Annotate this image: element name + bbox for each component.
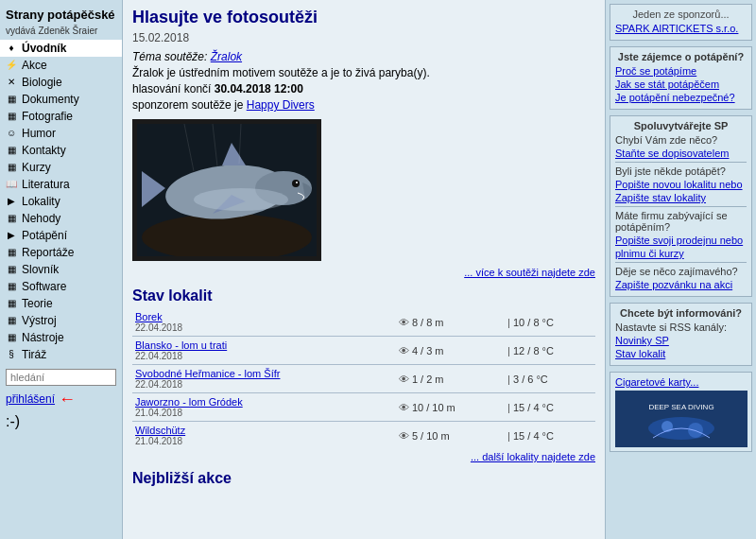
nav-icon: ▦ [4,161,19,174]
dalsi-link[interactable]: ... další lokality najdete zde [132,451,595,462]
nav-icon: ▶ [4,195,19,208]
sidebar-item-lokality[interactable]: ▶Lokality [0,193,122,210]
sidebar-item-kontakty[interactable]: ▦Kontakty [0,142,122,159]
dopisovatel-link[interactable]: Staňte se dopisovatelem [615,148,747,159]
sidebar-item-teorie[interactable]: ▦Teorie [0,295,122,312]
deje-text: Děje se něco zajímavého? [615,266,747,277]
svg-point-5 [296,182,298,183]
locality-name-link[interactable]: Borek [135,311,163,322]
arrow-right-icon: ← [59,390,76,409]
nav-icon: ▦ [4,246,19,259]
zajemce-box: Jste zájemce o potápění? Proč se potápím… [610,46,752,110]
svg-point-6 [194,188,288,211]
plnimu-link[interactable]: plnimu či kurzy [615,248,747,259]
sidebar-item-software[interactable]: ▦Software [0,278,122,295]
sidebar-item-reporte[interactable]: ▦Reportáže [0,244,122,261]
sidebar-item-vstroj[interactable]: ▦Výstroj [0,312,122,329]
sidebar-item-fotografie[interactable]: ▦Fotografie [0,108,122,125]
zajemce-link[interactable]: Proč se potápíme [615,65,747,77]
tema-row: Téma soutěže: Žralok [132,50,595,63]
zajemce-link[interactable]: Jak se stát potápěčem [615,78,747,90]
nav-icon: ⚡ [4,59,19,72]
nav-menu: ♦Úvodník⚡Akce✕Biologie▦Dokumenty▦Fotogra… [0,40,122,363]
table-row: Blansko - lom u trati 22.04.2018 👁 4 / 3… [132,339,595,362]
nav-icon: ▶ [4,229,19,242]
eye-icon: 👁 [399,317,409,328]
locality-date: 22.04.2018 [135,379,393,390]
nav-icon: ▦ [4,280,19,293]
nav-icon: § [4,348,19,361]
sidebar-item-humor[interactable]: ☺Humor [0,125,122,142]
sidebar-item-biologie[interactable]: ✕Biologie [0,74,122,91]
temp-icon: | [507,317,510,328]
nav-icon: ▦ [4,212,19,225]
eye-icon: 👁 [399,374,409,385]
photo-section [132,119,595,261]
sidebar-item-potpn[interactable]: ▶Potápění [0,227,122,244]
locality-temp: 10 / 8 °C [513,317,554,328]
temp-icon: | [507,345,510,356]
locality-name-link[interactable]: Wildschütz [135,425,185,436]
svg-point-4 [292,180,300,187]
firma-text: Máte firmu zabývající se potápěním? [615,210,747,233]
prodejna-link[interactable]: Popište svoji prodejnu nebo [615,235,747,246]
search-box [6,369,116,386]
table-row: Jaworzno - lom Gródek 21.04.2018 👁 10 / … [132,395,595,419]
nav-icon: ▦ [4,110,19,123]
locality-temp: 3 / 6 °C [513,374,548,385]
page-title: Hlasujte ve fotosoutěži [132,8,595,27]
sponzor-link[interactable]: Happy Divers [247,98,315,112]
locality-depth: 1 / 2 m [412,374,444,385]
sidebar-item-vodnk[interactable]: ♦Úvodník [0,40,122,57]
pozvanka-link[interactable]: Zapište pozvánku na akci [615,279,747,290]
card-title-link[interactable]: Cigaretové karty... [615,376,747,388]
prihlaseni-link[interactable]: přihlášení [6,392,55,406]
nav-icon: ▦ [4,93,19,106]
nav-icon: ☺ [4,127,19,140]
tema-desc: Žralok je ústředním motivem soutěže a je… [132,66,595,79]
table-row: Wildschütz 21.04.2018 👁 5 / 10 m | 15 / … [132,424,595,447]
sidebar-item-kurzy[interactable]: ▦Kurzy [0,159,122,176]
stav-lokality-link[interactable]: Zapište stav lokality [615,192,747,203]
sidebar-item-dokumenty[interactable]: ▦Dokumenty [0,91,122,108]
sponzor-name-link[interactable]: SPARK AIRTICKETS s.r.o. [615,23,747,34]
potapeli-text: Byli jste někde potápět? [615,165,747,177]
locality-name-link[interactable]: Svobodné Heřmanice - lom Šífr [135,368,280,379]
zajemce-link[interactable]: Je potápění nebezpečné? [615,92,747,103]
stav-lokalit-link[interactable]: Stav lokalit [615,348,747,359]
nav-icon: ✕ [4,76,19,89]
vice-link[interactable]: ... více k soutěži najdete zde [132,267,595,278]
nav-icon: ▦ [4,144,19,157]
locality-table: Borek 22.04.2018 👁 8 / 8 m | 10 / 8 °C B… [132,310,595,447]
sponzor-box: Jeden ze sponzorů... SPARK AIRTICKETS s.… [610,4,752,41]
tema-label: Téma soutěže: Žralok [132,50,242,63]
informovani-box: Chcete být informováni? Nastavte si RSS … [610,303,752,366]
eye-icon: 👁 [399,430,409,442]
nav-icon: 📖 [4,178,19,191]
nova-lokalita-link[interactable]: Popište novou lokalitu nebo [615,179,747,190]
locality-temp: 15 / 4 °C [513,430,554,442]
sidebar-item-nehody[interactable]: ▦Nehody [0,210,122,227]
tema-link[interactable]: Žralok [211,50,242,63]
nav-icon: ▦ [4,297,19,310]
search-input[interactable] [6,369,116,386]
locality-name-link[interactable]: Blansko - lom u trati [135,339,227,351]
sidebar-item-tir[interactable]: §Tiráž [0,346,122,363]
spoluvytvarejte-title: Spoluvytvářejte SP [615,120,747,131]
site-title: Strany potápěčské [0,4,122,26]
sidebar-item-akce[interactable]: ⚡Akce [0,57,122,74]
shark-photo [132,119,321,261]
informovani-title: Chcete být informováni? [615,307,747,319]
zajemce-title: Jste zájemce o potápění? [615,51,747,62]
temp-icon: | [507,374,510,385]
sidebar-item-literatura[interactable]: 📖Literatura [0,176,122,193]
card-image: DEEP SEA DIVING [615,391,747,447]
hlasovani-date: 30.04.2018 12:00 [215,82,303,96]
locality-title: Stav lokalit [132,287,595,304]
sidebar-item-slovnk[interactable]: ▦Slovník [0,261,122,278]
locality-depth: 10 / 10 m [412,402,455,413]
locality-name-link[interactable]: Jaworzno - lom Gródek [135,396,243,408]
novinky-sp-link[interactable]: Novinky SP [615,335,747,346]
sidebar-item-nstroje[interactable]: ▦Nástroje [0,329,122,346]
temp-icon: | [507,402,510,413]
